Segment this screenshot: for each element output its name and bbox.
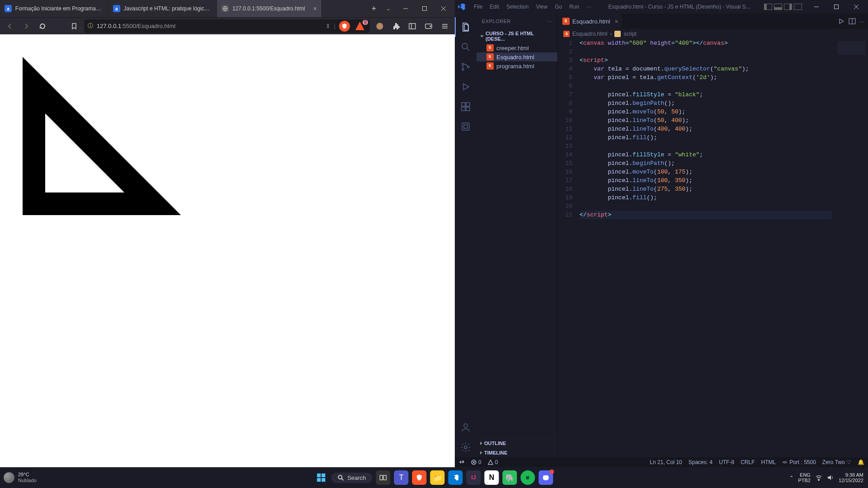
back-button[interactable] [4, 20, 16, 33]
app-intellij-icon[interactable]: IJ [467, 470, 481, 485]
app-vscode-icon[interactable] [448, 470, 463, 485]
encoding-indicator[interactable]: UTF-8 [719, 459, 734, 465]
more-actions-icon[interactable]: ··· [859, 18, 864, 25]
activity-debug-icon[interactable] [455, 77, 476, 97]
minimize-button[interactable] [396, 2, 415, 15]
url-path: :5500/Esquadro.html [121, 23, 175, 29]
close-button[interactable] [434, 2, 453, 15]
menu-icon[interactable] [439, 20, 451, 33]
taskbar-search[interactable]: Search [331, 473, 372, 483]
bookmark-icon[interactable] [68, 20, 80, 33]
taskview-icon[interactable] [376, 470, 391, 485]
share-icon[interactable]: ⇪ [326, 23, 330, 29]
activity-account-icon[interactable] [455, 418, 476, 437]
app-evernote-icon[interactable]: 🐘 [503, 470, 517, 485]
weather-widget[interactable]: 29°C Nublado [0, 472, 37, 483]
outline-section[interactable]: OUTLINE [476, 438, 557, 448]
layout-customize-icon[interactable] [794, 4, 802, 10]
layout-right-icon[interactable] [784, 4, 792, 10]
minimap[interactable] [832, 39, 868, 457]
warnings-indicator[interactable]: 0 [488, 459, 498, 465]
menu-file[interactable]: File [470, 3, 486, 11]
site-info-icon[interactable]: ⓘ [88, 22, 93, 30]
activity-scm-icon[interactable] [455, 57, 476, 77]
app-brave-icon[interactable] [412, 470, 427, 485]
file-item[interactable]: programa.html [476, 61, 557, 70]
indent-indicator[interactable]: Spaces: 4 [689, 459, 712, 465]
svg-point-20 [462, 69, 464, 70]
reload-button[interactable] [36, 20, 49, 33]
remote-indicator[interactable] [458, 459, 465, 465]
activity-settings-icon[interactable] [455, 437, 476, 457]
explorer-more-icon[interactable]: ··· [547, 19, 552, 24]
menu-run[interactable]: Run [566, 3, 583, 11]
tray-chevron-icon[interactable]: ⌃ [789, 475, 793, 481]
forward-button[interactable] [20, 20, 33, 33]
explorer-sidebar: EXPLORER ··· CURSO - JS E HTML (DESE... … [476, 14, 558, 457]
browser-tabs: aFormação Iniciante em ProgramaçãoaJavas… [0, 0, 367, 17]
menu-moremoremore[interactable]: ··· [583, 3, 594, 11]
activity-search-icon[interactable] [455, 37, 476, 57]
language-indicator[interactable]: HTML [761, 459, 776, 465]
layout-left-icon[interactable] [764, 4, 772, 10]
errors-indicator[interactable]: 0 [471, 459, 481, 465]
notifications-icon[interactable]: 🔔 [858, 459, 864, 465]
clock[interactable]: 9:38 AM 12/15/2022 [839, 472, 863, 483]
svg-point-19 [462, 63, 464, 65]
new-tab-button[interactable]: + [367, 0, 381, 17]
vscode-maximize-button[interactable] [826, 0, 846, 14]
vscode-minimize-button[interactable] [807, 0, 826, 14]
maximize-button[interactable] [415, 2, 434, 15]
folder-toggle[interactable]: CURSO - JS E HTML (DESE... [476, 29, 557, 43]
wifi-icon[interactable] [815, 474, 822, 481]
cursor-position[interactable]: Ln 21, Col 10 [650, 459, 682, 465]
run-icon[interactable] [838, 18, 845, 25]
liveserver-indicator[interactable]: Port : 5500 [782, 459, 816, 465]
svg-rect-27 [464, 125, 467, 128]
address-bar[interactable]: ⓘ 127.0.0.1:5500/Esquadro.html ⇪ | 8 [84, 19, 370, 33]
browser-tab[interactable]: aFormação Iniciante em Programação [0, 0, 108, 17]
eol-indicator[interactable]: CRLF [741, 459, 755, 465]
theme-indicator[interactable]: Zero Two ♡ [822, 459, 851, 465]
close-tab-icon[interactable]: × [615, 18, 618, 25]
activity-liveserver-icon[interactable] [455, 117, 476, 136]
profile-icon[interactable] [373, 20, 386, 33]
html-file-icon [563, 31, 570, 37]
app-explorer-icon[interactable]: 📁 [430, 470, 445, 485]
browser-tab[interactable]: 127.0.0.1:5500/Esquadro.html× [217, 0, 322, 17]
app-teams-icon[interactable]: T [394, 470, 409, 485]
menu-selection[interactable]: Selection [503, 3, 532, 11]
file-item[interactable]: Esquadro.html [476, 52, 557, 61]
app-discord-icon[interactable] [539, 470, 553, 485]
activity-extensions-icon[interactable] [455, 97, 476, 117]
wallet-icon[interactable] [422, 20, 435, 33]
brave-shield-icon[interactable] [339, 21, 350, 32]
code-editor[interactable]: 123456789101112131415161718192021 <canva… [558, 39, 868, 457]
file-item[interactable]: creeper.html [476, 43, 557, 52]
volume-icon[interactable] [827, 474, 834, 481]
close-tab-icon[interactable]: × [313, 5, 317, 12]
activity-explorer-icon[interactable] [455, 17, 476, 37]
layout-bottom-icon[interactable] [774, 4, 782, 10]
brave-rewards-icon[interactable]: 8 [354, 21, 366, 32]
tab-dropdown-icon[interactable]: ⌄ [381, 5, 396, 12]
menu-edit[interactable]: Edit [486, 3, 503, 11]
menu-go[interactable]: Go [551, 3, 566, 11]
language-indicator[interactable]: ENG PTB2 [798, 472, 811, 483]
editor-tab-esquadro[interactable]: Esquadro.html × [558, 14, 623, 29]
sidebar-toggle-icon[interactable] [406, 20, 419, 33]
vscode-close-button[interactable] [846, 0, 866, 14]
url-input[interactable] [179, 23, 321, 29]
app-notion-icon[interactable]: N [485, 470, 499, 485]
windows-taskbar: 29°C Nublado Search T 📁 IJ N 🐘 [0, 467, 868, 488]
start-button[interactable] [315, 471, 327, 484]
split-editor-icon[interactable] [849, 18, 856, 25]
browser-tab[interactable]: aJavascript e HTML: pratique lógica co [108, 0, 217, 17]
svg-point-5 [377, 23, 383, 29]
extensions-icon[interactable] [390, 20, 402, 33]
chevron-right-icon [480, 451, 482, 455]
breadcrumbs[interactable]: Esquadro.html › script [558, 29, 868, 39]
app-spotify-icon[interactable] [521, 470, 535, 485]
menu-view[interactable]: View [532, 3, 551, 11]
timeline-section[interactable]: TIMELINE [476, 448, 557, 457]
